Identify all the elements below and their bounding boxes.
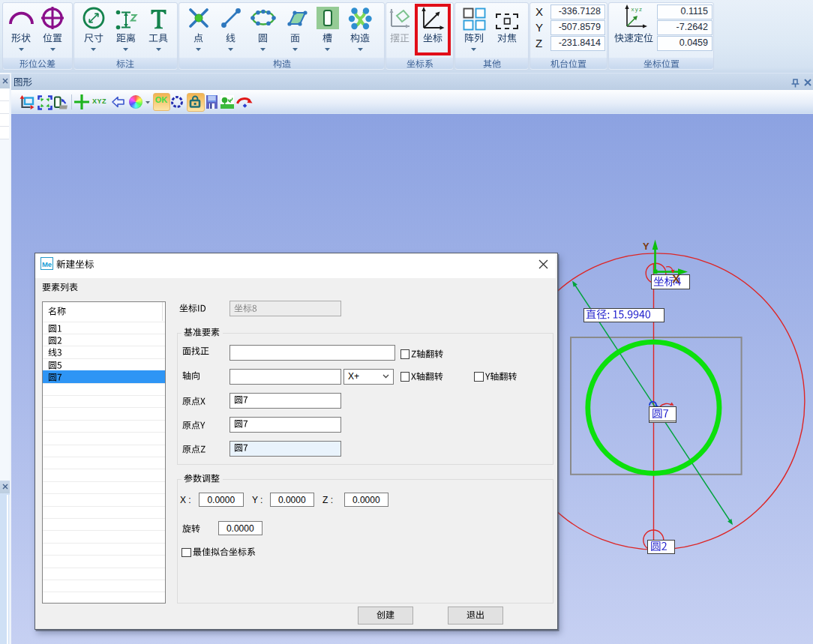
svg-text:xyz: xyz [632, 6, 644, 13]
